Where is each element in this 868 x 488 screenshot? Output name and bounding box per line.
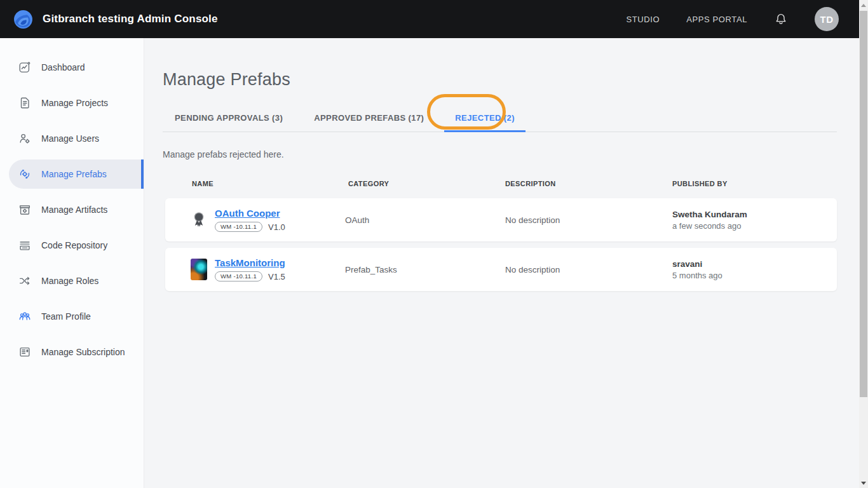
published-time: a few seconds ago — [672, 221, 837, 231]
prefab-link[interactable]: TaskMonitoring — [215, 257, 285, 268]
scrollbar-thumb[interactable] — [860, 11, 867, 397]
sidebar-item-label: Code Repository — [41, 240, 107, 250]
tab-bar: PENDING APPROVALS (3) APPROVED PREFABS (… — [163, 105, 837, 132]
description-cell: No description — [505, 265, 672, 274]
publisher-name: Swetha Kundaram — [672, 210, 837, 219]
dashboard-icon — [18, 60, 32, 74]
vertical-scrollbar[interactable] — [859, 0, 868, 488]
name-cell: OAuth Cooper WM -10.11.1 V1.0 — [165, 208, 345, 232]
wavemaker-logo — [13, 9, 34, 30]
page-title: Manage Prefabs — [163, 70, 837, 90]
publisher-name: sravani — [672, 259, 837, 269]
tab-pending-approvals[interactable]: PENDING APPROVALS (3) — [164, 105, 294, 132]
main-content: Manage Prefabs PENDING APPROVALS (3) APP… — [144, 38, 859, 488]
roles-icon — [18, 274, 32, 288]
meta-row: WM -10.11.1 V1.0 — [215, 222, 285, 232]
sidebar-item-manage-projects[interactable]: Manage Projects — [0, 85, 144, 121]
sidebar-item-label: Manage Subscription — [41, 347, 125, 357]
active-item-bar — [141, 159, 144, 189]
sidebar-item-label: Dashboard — [41, 62, 85, 72]
prefab-thumbnail-image — [191, 259, 207, 280]
sidebar-item-team-profile[interactable]: Team Profile — [0, 299, 144, 334]
tab-approved-prefabs[interactable]: APPROVED PREFABS (17) — [303, 105, 435, 132]
sidebar-item-dashboard[interactable]: Dashboard — [0, 50, 144, 85]
topbar-nav: STUDIO APPS PORTAL TD — [627, 7, 839, 31]
sidebar-item-manage-users[interactable]: Manage Users — [0, 121, 144, 156]
prefabs-icon — [18, 167, 32, 181]
prefabs-table: NAME CATEGORY DESCRIPTION PUBLISHED BY — [165, 180, 837, 291]
notifications-bell-icon[interactable] — [774, 11, 788, 27]
prefab-version: V1.0 — [268, 222, 285, 232]
sidebar-item-manage-subscription[interactable]: Manage Subscription — [0, 334, 144, 370]
published-time: 5 months ago — [672, 271, 837, 280]
apps-portal-link[interactable]: APPS PORTAL — [686, 15, 747, 24]
category-cell: OAuth — [345, 215, 505, 225]
description-cell: No description — [505, 215, 672, 225]
table-row: TaskMonitoring WM -10.11.1 V1.5 Prefab_T… — [165, 248, 837, 291]
category-cell: Prefab_Tasks — [345, 265, 505, 274]
tab-description: Manage prefabs rejected here. — [163, 149, 837, 159]
sidebar-item-manage-prefabs[interactable]: Manage Prefabs — [0, 156, 144, 192]
medal-icon — [191, 211, 207, 229]
sidebar-item-manage-artifacts[interactable]: Manage Artifacts — [0, 192, 144, 227]
team-icon — [18, 309, 32, 323]
table-row: OAuth Cooper WM -10.11.1 V1.0 OAuth No d… — [165, 198, 837, 241]
name-cell: TaskMonitoring WM -10.11.1 V1.5 — [165, 257, 345, 281]
wm-version-badge: WM -10.11.1 — [215, 222, 262, 232]
sidebar: Dashboard Manage Projects Manage Users M… — [0, 38, 144, 488]
published-by-cell: sravani 5 months ago — [672, 259, 837, 280]
users-icon — [18, 132, 32, 146]
sidebar-item-label: Manage Artifacts — [41, 205, 107, 215]
user-avatar[interactable]: TD — [815, 7, 839, 31]
prefab-version: V1.5 — [268, 272, 285, 281]
name-stack: OAuth Cooper WM -10.11.1 V1.0 — [215, 208, 285, 232]
name-stack: TaskMonitoring WM -10.11.1 V1.5 — [215, 257, 285, 281]
column-header-description: DESCRIPTION — [505, 180, 672, 187]
scroll-up-arrow-icon[interactable] — [859, 0, 868, 10]
artifacts-icon — [18, 203, 32, 217]
wm-version-badge: WM -10.11.1 — [215, 271, 262, 281]
subscription-icon — [18, 345, 32, 359]
meta-row: WM -10.11.1 V1.5 — [215, 271, 285, 281]
sidebar-item-label: Manage Projects — [41, 98, 108, 108]
sidebar-item-code-repository[interactable]: Code Repository — [0, 227, 144, 263]
column-header-published-by: PUBLISHED BY — [672, 180, 837, 187]
sidebar-item-label: Team Profile — [41, 311, 91, 322]
projects-icon — [18, 96, 32, 110]
topbar: Gitbranch testing Admin Console STUDIO A… — [0, 0, 868, 38]
scroll-down-arrow-icon[interactable] — [859, 478, 868, 488]
sidebar-item-manage-roles[interactable]: Manage Roles — [0, 263, 144, 299]
published-by-cell: Swetha Kundaram a few seconds ago — [672, 210, 837, 231]
column-header-category: CATEGORY — [345, 180, 505, 187]
sidebar-item-label: Manage Users — [41, 133, 99, 144]
prefab-link[interactable]: OAuth Cooper — [215, 208, 285, 219]
app-title: Gitbranch testing Admin Console — [43, 13, 218, 25]
app-root: Gitbranch testing Admin Console STUDIO A… — [0, 0, 868, 488]
tab-rejected[interactable]: REJECTED (2) — [444, 105, 526, 132]
sidebar-item-label: Manage Prefabs — [41, 169, 107, 179]
sidebar-item-label: Manage Roles — [41, 276, 98, 286]
column-header-name: NAME — [165, 180, 345, 187]
repository-icon — [18, 238, 32, 252]
studio-link[interactable]: STUDIO — [627, 15, 660, 24]
table-header-row: NAME CATEGORY DESCRIPTION PUBLISHED BY — [165, 180, 837, 187]
